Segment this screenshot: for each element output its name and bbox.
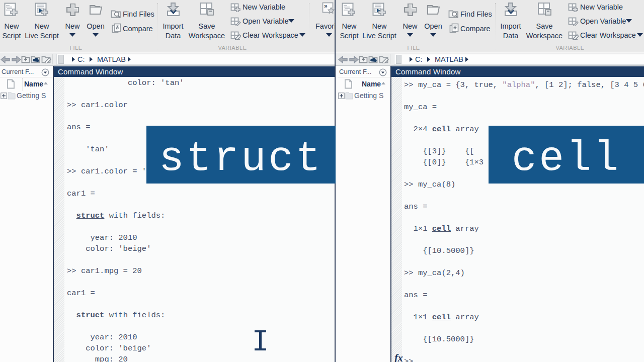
svg-text:»: »	[324, 3, 328, 10]
